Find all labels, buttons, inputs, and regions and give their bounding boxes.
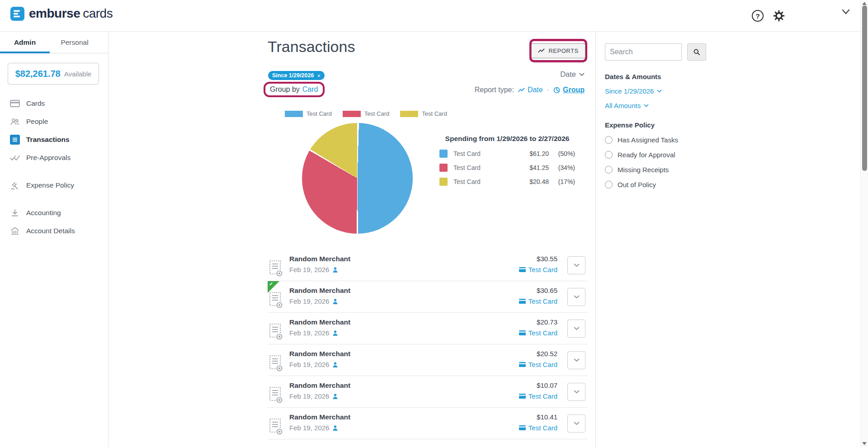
search-row	[605, 43, 860, 61]
spending-summary-title: Spending from 1/29/2026 to 2/27/2026	[439, 134, 575, 144]
search-input[interactable]	[605, 43, 682, 61]
policy-option-missing-receipts[interactable]: Missing Receipts	[605, 166, 669, 174]
sidebar-item-pre-approvals[interactable]: Pre-Approvals	[0, 149, 108, 167]
merchant-name: Random Merchant	[289, 318, 350, 326]
row-expand-button[interactable]	[567, 320, 585, 338]
page-title: Transactions	[268, 38, 355, 56]
radio-icon[interactable]	[605, 151, 613, 159]
transactions-list: Random Merchant Feb 19, 2026 $30.55 Test…	[268, 249, 588, 439]
brand-logo[interactable]: embursecards	[10, 6, 113, 21]
reports-button[interactable]: REPORTS	[531, 43, 585, 58]
reports-button-highlight: REPORTS	[529, 39, 587, 62]
summary-row: Test Card $20.48 (17%)	[439, 178, 575, 186]
check-icon: ✓	[269, 281, 273, 287]
sidebar-item-accounting[interactable]: Accounting	[0, 204, 108, 222]
row-expand-button[interactable]	[567, 351, 585, 369]
scroll-up-arrow[interactable]	[862, 2, 867, 5]
receipt-add-icon	[268, 408, 289, 439]
chevron-down-icon	[574, 390, 580, 394]
sidebar-item-label: People	[26, 118, 48, 126]
summary-row: Test Card $61.20 (50%)	[439, 150, 575, 158]
radio-icon[interactable]	[605, 136, 613, 144]
transaction-card-link[interactable]: Test Card	[519, 392, 557, 400]
report-type-date-link[interactable]: Date	[518, 86, 543, 94]
merchant-name: Random Merchant	[289, 287, 350, 294]
amount-filter[interactable]: All Amounts	[605, 102, 649, 109]
legend-label: Test Card	[422, 110, 447, 117]
chevron-down-icon	[574, 358, 580, 362]
transaction-right: $10.41 Test Card	[519, 408, 557, 439]
sidebar-item-account-details[interactable]: Account Details	[0, 222, 108, 240]
transaction-right: $10.07 Test Card	[519, 376, 557, 407]
document-icon	[9, 134, 21, 145]
radio-icon[interactable]	[605, 166, 613, 174]
transaction-card-link[interactable]: Test Card	[519, 329, 557, 337]
transaction-row[interactable]: Random Merchant Feb 19, 2026 $20.73 Test…	[268, 313, 588, 344]
balance-label: Available	[64, 70, 92, 78]
search-button[interactable]	[687, 43, 706, 61]
transaction-card-label: Test Card	[528, 392, 557, 400]
sidebar-item-people[interactable]: People	[0, 113, 108, 131]
transaction-card-link[interactable]: Test Card	[519, 361, 557, 368]
summary-percent: (34%)	[549, 164, 575, 171]
transaction-row[interactable]: Random Merchant Feb 19, 2026 $10.41 Test…	[268, 408, 588, 439]
scroll-down-arrow[interactable]	[862, 442, 867, 445]
settings-gear-icon[interactable]	[773, 9, 785, 22]
tab-admin[interactable]: Admin	[0, 32, 50, 53]
transaction-info: Random Merchant Feb 19, 2026	[289, 344, 519, 376]
policy-option-ready-for-approval[interactable]: Ready for Approval	[605, 151, 675, 159]
sidebar-item-cards[interactable]: Cards	[0, 94, 108, 113]
row-expand-button[interactable]	[567, 256, 585, 274]
transaction-date: Feb 19, 2026	[289, 361, 329, 368]
transaction-date: Feb 19, 2026	[289, 329, 329, 337]
vertical-scrollbar[interactable]	[860, 0, 868, 447]
separator-dot: ·	[547, 86, 549, 94]
help-icon[interactable]: ?	[752, 10, 764, 22]
pie-chart-icon	[553, 87, 560, 94]
sort-dropdown[interactable]: Date	[268, 70, 585, 79]
scrollbar-thumb[interactable]	[862, 5, 867, 171]
sidebar-item-transactions[interactable]: Transactions	[0, 131, 108, 149]
transaction-card-link[interactable]: Test Card	[519, 424, 557, 432]
transaction-card-link[interactable]: Test Card	[519, 266, 557, 273]
date-range-filter[interactable]: Since 1/29/2026	[605, 87, 662, 95]
transaction-amount: $30.65	[537, 287, 557, 294]
transaction-row[interactable]: ✓ Random Merchant Feb 19, 2026 $30.65 Te…	[268, 281, 588, 313]
sidebar-item-label: Account Details	[26, 227, 75, 235]
chevron-down-icon	[644, 104, 649, 107]
transaction-row[interactable]: Random Merchant Feb 19, 2026 $20.52 Test…	[268, 344, 588, 376]
transaction-card-link[interactable]: Test Card	[519, 297, 557, 305]
transaction-row[interactable]: Random Merchant Feb 19, 2026 $30.55 Test…	[268, 249, 588, 281]
policy-option-out-of-policy[interactable]: Out of Policy	[605, 181, 656, 188]
report-type-group-link[interactable]: Group	[553, 86, 585, 94]
transaction-amount: $20.73	[537, 318, 557, 326]
available-balance[interactable]: $82,261.78 Available	[8, 63, 99, 85]
transaction-row[interactable]: Random Merchant Feb 19, 2026 $10.07 Test…	[268, 376, 588, 408]
merchant-name: Random Merchant	[289, 350, 350, 358]
card-icon	[519, 299, 526, 304]
app-window: embursecards ? Admin Personal	[0, 0, 868, 447]
summary-amount: $20.48	[519, 178, 549, 185]
expense-policy-heading: Expense Policy	[605, 121, 860, 129]
radio-label: Has Assigned Tasks	[618, 136, 678, 144]
transaction-info: Random Merchant Feb 19, 2026	[289, 249, 519, 281]
transaction-date-row: Feb 19, 2026	[289, 424, 519, 432]
transaction-amount: $10.07	[537, 381, 557, 389]
people-icon	[9, 116, 21, 127]
row-expand-button[interactable]	[567, 414, 585, 433]
tab-personal[interactable]: Personal	[50, 32, 99, 53]
merchant-name: Random Merchant	[289, 255, 350, 263]
sidebar-item-expense-policy[interactable]: Expense Policy	[0, 176, 108, 194]
radio-icon[interactable]	[605, 181, 613, 188]
policy-option-has-assigned-tasks[interactable]: Has Assigned Tasks	[605, 136, 678, 144]
row-expand-button[interactable]	[567, 383, 585, 401]
account-chevron-down-icon[interactable]	[840, 7, 852, 16]
row-expand-button[interactable]	[567, 288, 585, 306]
transaction-date: Feb 19, 2026	[289, 266, 329, 273]
legend-swatch-yellow	[400, 111, 418, 117]
transaction-card-label: Test Card	[528, 361, 557, 368]
transaction-date-row: Feb 19, 2026	[289, 392, 519, 400]
transaction-right: $20.73 Test Card	[519, 313, 557, 344]
chevron-down-icon	[657, 89, 662, 93]
transaction-info: Random Merchant Feb 19, 2026	[289, 281, 519, 312]
